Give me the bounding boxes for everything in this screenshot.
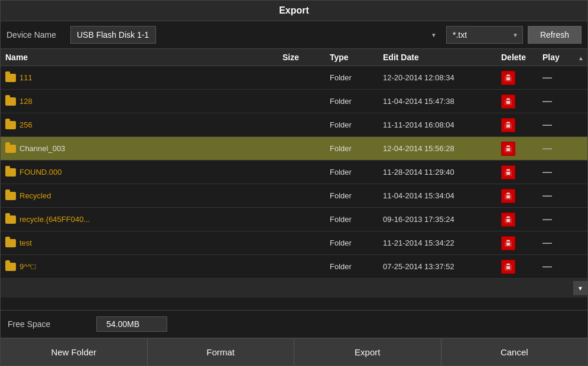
cell-play: —	[538, 214, 573, 225]
cell-type: Folder	[325, 120, 378, 129]
toolbar: Device Name USB Flash Disk 1-1 *.txt Ref…	[1, 21, 587, 49]
svg-rect-26	[506, 192, 510, 194]
svg-rect-36	[506, 240, 510, 241]
folder-icon	[5, 168, 16, 177]
cell-delete	[496, 260, 538, 274]
table-row[interactable]: recycle.{645FF040... Folder 09-16-2013 1…	[1, 208, 587, 231]
cell-name: Recycled	[1, 191, 278, 200]
cell-edit-date: 12-20-2014 12:08:34	[378, 73, 496, 82]
folder-icon	[5, 121, 16, 129]
svg-rect-1	[506, 74, 510, 76]
export-button[interactable]: Export	[294, 339, 441, 365]
table-row[interactable]: FOUND.000 Folder 11-28-2014 11:29:40 —	[1, 161, 587, 184]
cell-play: —	[538, 262, 573, 272]
device-name-label: Device Name	[7, 30, 66, 40]
folder-icon	[5, 215, 16, 224]
cell-type: Folder	[325, 262, 378, 271]
delete-button[interactable]	[501, 260, 515, 274]
device-select-wrapper: USB Flash Disk 1-1	[70, 26, 441, 44]
filter-select[interactable]: *.txt	[446, 26, 523, 44]
cell-delete	[496, 213, 538, 227]
export-dialog: Export Device Name USB Flash Disk 1-1 *.…	[0, 0, 588, 366]
cell-delete	[496, 236, 538, 250]
col-delete: Delete	[496, 53, 538, 62]
cell-play: —	[538, 191, 573, 201]
folder-icon	[5, 263, 16, 271]
cell-edit-date: 12-04-2014 15:56:28	[378, 144, 496, 153]
table-row[interactable]: test Folder 11-21-2014 15:34:22 —	[1, 231, 587, 255]
play-dash: —	[542, 262, 552, 272]
cell-play: —	[538, 167, 573, 178]
col-size: Size	[278, 53, 325, 62]
cell-type: Folder	[325, 168, 378, 177]
cell-edit-date: 11-11-2014 16:08:04	[378, 120, 496, 129]
cell-name: 9^^□	[1, 262, 278, 271]
play-dash: —	[542, 143, 552, 154]
device-select[interactable]: USB Flash Disk 1-1	[70, 26, 156, 44]
table-body: 111 Folder 12-20-2014 12:08:34 — 128	[1, 66, 587, 310]
cell-name: 111	[1, 73, 278, 82]
free-space-bar: Free Space 54.00MB	[1, 310, 587, 338]
bottom-bar: New Folder Format Export Cancel	[1, 338, 587, 365]
delete-button[interactable]	[501, 236, 515, 250]
refresh-button[interactable]: Refresh	[528, 26, 581, 44]
cell-delete	[496, 71, 538, 85]
delete-button[interactable]	[501, 118, 515, 132]
cell-name: recycle.{645FF040...	[1, 215, 278, 224]
cell-delete	[496, 165, 538, 179]
delete-button[interactable]	[501, 165, 515, 179]
col-type: Type	[325, 53, 378, 62]
folder-icon	[5, 192, 16, 200]
folder-icon	[5, 74, 16, 82]
table-row[interactable]: 256 Folder 11-11-2014 16:08:04 —	[1, 113, 587, 137]
delete-button[interactable]	[501, 71, 515, 85]
new-folder-button[interactable]: New Folder	[1, 339, 148, 365]
cell-name: 256	[1, 120, 278, 129]
table-rows: 111 Folder 12-20-2014 12:08:34 — 128	[1, 66, 587, 310]
format-button[interactable]: Format	[148, 339, 295, 365]
scroll-down-arrow[interactable]: ▼	[573, 281, 587, 295]
cell-edit-date: 11-21-2014 15:34:22	[378, 238, 496, 247]
cell-type: Folder	[325, 238, 378, 247]
cell-name: test	[1, 238, 278, 247]
svg-rect-16	[506, 145, 510, 147]
cell-name: 128	[1, 97, 278, 106]
col-edit-date: Edit Date	[378, 53, 496, 62]
cell-type: Folder	[325, 73, 378, 82]
delete-button[interactable]	[501, 189, 515, 203]
svg-rect-41	[506, 263, 510, 265]
play-dash: —	[542, 167, 552, 178]
col-name: Name	[1, 53, 278, 62]
cell-name: Channel_003	[1, 144, 278, 153]
table-row[interactable]: 9^^□ Folder 07-25-2014 13:37:52 —	[1, 255, 587, 279]
cell-type: Folder	[325, 215, 378, 224]
cell-edit-date: 09-16-2013 17:35:24	[378, 215, 496, 224]
dialog-title: Export	[1, 1, 587, 21]
cell-edit-date: 07-25-2014 13:37:52	[378, 262, 496, 271]
svg-rect-31	[506, 216, 510, 218]
svg-rect-11	[506, 122, 510, 123]
cancel-button[interactable]: Cancel	[441, 339, 588, 365]
table-row[interactable]: 111 Folder 12-20-2014 12:08:34 —	[1, 66, 587, 90]
cell-edit-date: 11-04-2014 15:34:04	[378, 191, 496, 200]
folder-icon	[5, 145, 16, 153]
table-row[interactable]: 128 Folder 11-04-2014 15:47:38 —	[1, 90, 587, 113]
play-dash: —	[542, 214, 552, 225]
cell-play: —	[538, 73, 573, 83]
file-table: Name Size Type Edit Date Delete Play ▲ 1…	[1, 49, 587, 310]
delete-button[interactable]	[501, 142, 515, 156]
cell-play: —	[538, 120, 573, 130]
play-dash: —	[542, 120, 552, 130]
play-dash: —	[542, 96, 552, 107]
delete-button[interactable]	[501, 213, 515, 227]
cell-delete	[496, 189, 538, 203]
table-row[interactable]: Recycled Folder 11-04-2014 15:34:04 —	[1, 184, 587, 208]
cell-edit-date: 11-04-2014 15:47:38	[378, 97, 496, 106]
col-scroll: ▲	[573, 53, 587, 62]
svg-rect-21	[506, 169, 510, 171]
delete-button[interactable]	[501, 94, 515, 109]
table-row[interactable]: Channel_003 Folder 12-04-2014 15:56:28 —	[1, 137, 587, 161]
folder-icon	[5, 239, 16, 247]
cell-type: Folder	[325, 97, 378, 106]
cell-delete	[496, 94, 538, 109]
